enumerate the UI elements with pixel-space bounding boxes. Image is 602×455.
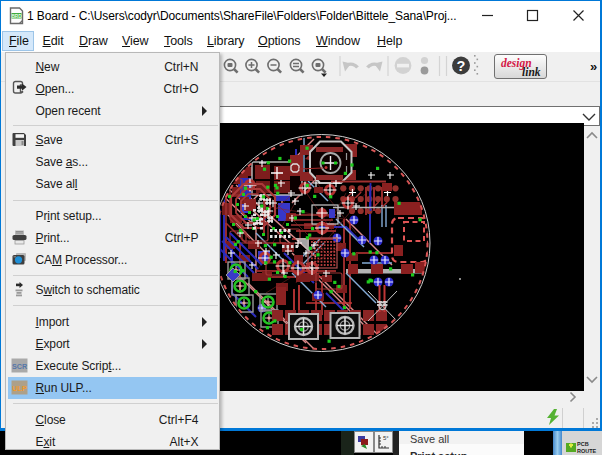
svg-text:5°: 5° xyxy=(383,435,389,441)
svg-text:BRD: BRD xyxy=(12,14,23,19)
svg-text:SCR: SCR xyxy=(12,361,28,370)
svg-text:»: » xyxy=(590,59,597,74)
svg-text:?: ? xyxy=(457,58,466,74)
svg-text:PCB: PCB xyxy=(577,441,589,447)
svg-text:ULP: ULP xyxy=(12,383,27,392)
svg-text:ROUTE: ROUTE xyxy=(577,448,597,454)
